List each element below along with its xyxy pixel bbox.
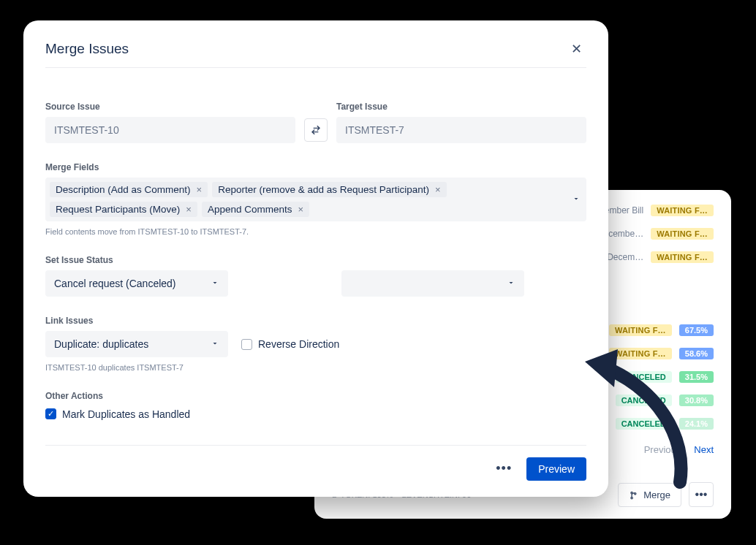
source-issue-value: ITSMTEST-10 (54, 124, 119, 136)
other-actions-label: Other Actions (45, 391, 586, 401)
link-type-select[interactable]: Duplicate: duplicates (45, 331, 228, 357)
merge-fields-select[interactable]: Description (Add as Comment)× Reporter (… (45, 178, 586, 221)
target-issue-label: Target Issue (336, 102, 586, 112)
chevron-down-icon (211, 338, 219, 350)
swap-icon (310, 124, 322, 136)
status-badge: WAITING F… (651, 205, 714, 216)
status-select-source[interactable]: Cancel request (Canceled) (45, 270, 228, 297)
modal-title: Merge Issues (45, 41, 129, 57)
status-value: Cancel request (Canceled) (54, 278, 176, 289)
link-issues-label: Link Issues (45, 316, 586, 326)
source-issue-label: Source Issue (45, 102, 295, 112)
source-issue-field[interactable]: ITSMTEST-10 (45, 117, 295, 143)
chevron-down-icon[interactable] (572, 193, 581, 206)
target-issue-field[interactable]: ITSMTEST-7 (336, 117, 586, 143)
chip-label: Request Participants (Move) (56, 204, 180, 215)
more-actions-button[interactable]: ••• (491, 458, 516, 479)
checkbox-icon (241, 339, 252, 350)
set-status-label: Set Issue Status (45, 255, 586, 265)
chip: Request Participants (Move)× (50, 202, 197, 217)
chip-label: Description (Add as Comment) (56, 184, 191, 195)
chevron-down-icon (507, 278, 515, 289)
chevron-down-icon (211, 278, 219, 289)
reverse-direction-checkbox[interactable]: Reverse Direction (241, 338, 339, 350)
chip: Description (Add as Comment)× (50, 182, 208, 197)
annotation-arrow (578, 336, 695, 500)
chip: Reporter (remove & add as Request Partic… (212, 182, 446, 197)
status-badge: WAITING F… (609, 324, 672, 336)
status-badge: WAITING F… (651, 251, 714, 263)
checkbox-checked-icon (45, 408, 56, 419)
chip-label: Reporter (remove & add as Request Partic… (218, 184, 429, 195)
mark-duplicates-label: Mark Duplicates as Handled (62, 408, 190, 420)
link-helper: ITSMTEST-10 duplicates ITSMTEST-7 (45, 363, 586, 372)
chip-remove-icon[interactable]: × (194, 184, 205, 195)
chip: Append Comments× (202, 202, 309, 217)
merge-issues-modal: Merge Issues ✕ Source Issue Target Issue… (23, 20, 608, 497)
swap-button[interactable] (304, 118, 328, 142)
status-badge: WAITING F… (651, 228, 714, 240)
preview-button-label: Preview (538, 463, 575, 475)
merge-fields-helper: Field contents move from ITSMTEST-10 to … (45, 227, 586, 236)
status-select-target[interactable]: . (341, 270, 524, 297)
chip-label: Append Comments (208, 204, 292, 215)
merge-fields-label: Merge Fields (45, 162, 586, 172)
next-link[interactable]: Next (694, 444, 714, 455)
pct-badge: 67.5% (679, 324, 714, 336)
target-issue-value: ITSMTEST-7 (345, 124, 404, 136)
chip-remove-icon[interactable]: × (432, 184, 444, 195)
close-icon[interactable]: ✕ (567, 39, 586, 58)
chip-remove-icon[interactable]: × (183, 204, 194, 215)
link-value: Duplicate: duplicates (54, 338, 148, 350)
reverse-direction-label: Reverse Direction (258, 338, 339, 350)
chip-remove-icon[interactable]: × (295, 204, 306, 215)
mark-duplicates-checkbox[interactable]: Mark Duplicates as Handled (45, 408, 190, 420)
